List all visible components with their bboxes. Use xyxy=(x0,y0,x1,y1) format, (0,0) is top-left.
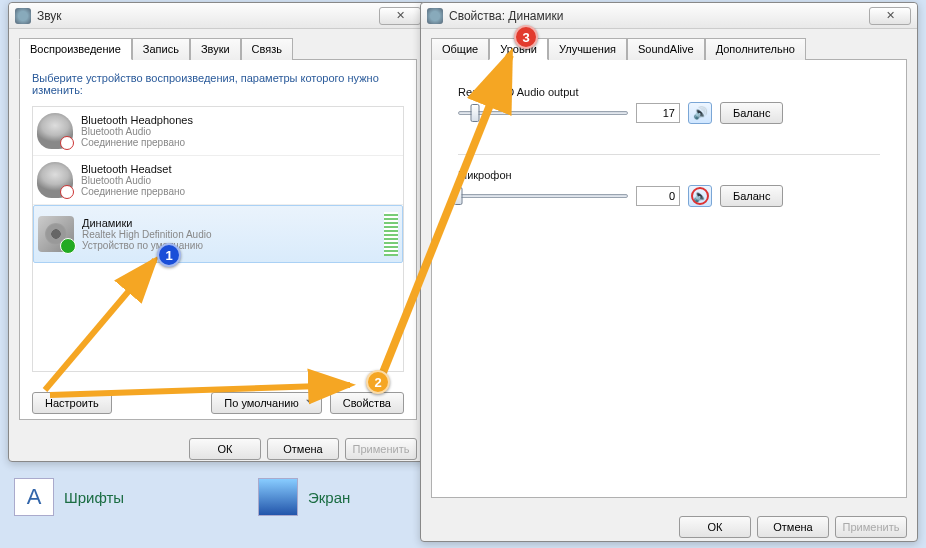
tab-sounds[interactable]: Звуки xyxy=(190,38,241,60)
divider xyxy=(458,154,880,155)
desktop-item-display[interactable]: Экран xyxy=(258,478,350,516)
tab-playback[interactable]: Воспроизведение xyxy=(19,38,132,60)
slider-track xyxy=(458,194,628,198)
device-name: Bluetooth Headphones xyxy=(81,114,399,126)
ok-button[interactable]: ОК xyxy=(189,438,261,460)
configure-button[interactable]: Настроить xyxy=(32,392,112,414)
device-status: Соединение прервано xyxy=(81,137,399,148)
window-title: Свойства: Динамики xyxy=(449,9,869,23)
slider-thumb[interactable] xyxy=(471,104,480,122)
mic-slider[interactable] xyxy=(458,187,628,205)
apply-button[interactable]: Применить xyxy=(835,516,907,538)
device-status: Устройство по умолчанию xyxy=(82,240,378,251)
device-item[interactable]: Bluetooth Headphones Bluetooth Audio Сое… xyxy=(33,107,403,156)
output-value[interactable] xyxy=(636,103,680,123)
slider-track xyxy=(458,111,628,115)
cancel-button[interactable]: Отмена xyxy=(757,516,829,538)
window-title: Звук xyxy=(37,9,379,23)
device-item-speakers[interactable]: Динамики Realtek High Definition Audio У… xyxy=(33,205,403,263)
balance-button[interactable]: Баланс xyxy=(720,102,783,124)
speakers-icon xyxy=(38,216,74,252)
annotation-badge-2: 2 xyxy=(366,370,390,394)
tab-recording[interactable]: Запись xyxy=(132,38,190,60)
close-button[interactable]: ✕ xyxy=(379,7,421,25)
speakers-icon xyxy=(427,8,443,24)
desktop-item-label: Экран xyxy=(308,489,350,506)
ok-button[interactable]: ОК xyxy=(679,516,751,538)
tab-comm[interactable]: Связь xyxy=(241,38,293,60)
playback-panel: Выберите устройство воспроизведения, пар… xyxy=(19,60,417,420)
mute-button[interactable]: 🔊 xyxy=(688,102,712,124)
sound-icon xyxy=(15,8,31,24)
titlebar[interactable]: Свойства: Динамики ✕ xyxy=(421,3,917,29)
speaker-properties-dialog: Свойства: Динамики ✕ Общие Уровни Улучше… xyxy=(420,2,918,542)
device-sub: Bluetooth Audio xyxy=(81,126,399,137)
tabs: Воспроизведение Запись Звуки Связь xyxy=(19,37,417,60)
set-default-button[interactable]: По умолчанию xyxy=(211,392,321,414)
output-level-section: Realtek HD Audio output 🔊 Баланс xyxy=(458,86,880,124)
annotation-badge-1: 1 xyxy=(157,243,181,267)
help-text: Выберите устройство воспроизведения, пар… xyxy=(32,72,404,96)
sound-dialog: Звук ✕ Воспроизведение Запись Звуки Связ… xyxy=(8,2,428,462)
device-sub: Realtek High Definition Audio xyxy=(82,229,378,240)
fonts-icon: A xyxy=(14,478,54,516)
mic-label: Микрофон xyxy=(458,169,880,181)
headphones-icon xyxy=(37,113,73,149)
close-button[interactable]: ✕ xyxy=(869,7,911,25)
device-name: Bluetooth Headset xyxy=(81,163,399,175)
device-sub: Bluetooth Audio xyxy=(81,175,399,186)
display-icon xyxy=(258,478,298,516)
device-item[interactable]: Bluetooth Headset Bluetooth Audio Соедин… xyxy=(33,156,403,205)
level-meter xyxy=(384,212,398,256)
tab-general[interactable]: Общие xyxy=(431,38,489,60)
desktop-item-fonts[interactable]: A Шрифты xyxy=(14,478,124,516)
cancel-button[interactable]: Отмена xyxy=(267,438,339,460)
output-slider[interactable] xyxy=(458,104,628,122)
headset-icon xyxy=(37,162,73,198)
tabs: Общие Уровни Улучшения SoundAlive Дополн… xyxy=(431,37,907,60)
device-status: Соединение прервано xyxy=(81,186,399,197)
mic-level-section: Микрофон 🔈 Баланс xyxy=(458,169,880,207)
annotation-badge-3: 3 xyxy=(514,25,538,49)
apply-button[interactable]: Применить xyxy=(345,438,417,460)
output-label: Realtek HD Audio output xyxy=(458,86,880,98)
mic-value[interactable] xyxy=(636,186,680,206)
properties-button[interactable]: Свойства xyxy=(330,392,404,414)
levels-panel: Realtek HD Audio output 🔊 Баланс Микрофо… xyxy=(431,60,907,498)
tab-soundalive[interactable]: SoundAlive xyxy=(627,38,705,60)
device-name: Динамики xyxy=(82,217,378,229)
tab-advanced[interactable]: Дополнительно xyxy=(705,38,806,60)
desktop-item-label: Шрифты xyxy=(64,489,124,506)
balance-button[interactable]: Баланс xyxy=(720,185,783,207)
slider-thumb[interactable] xyxy=(454,187,463,205)
mute-button[interactable]: 🔈 xyxy=(688,185,712,207)
titlebar[interactable]: Звук ✕ xyxy=(9,3,427,29)
device-list[interactable]: Bluetooth Headphones Bluetooth Audio Сое… xyxy=(32,106,404,372)
tab-enhancements[interactable]: Улучшения xyxy=(548,38,627,60)
